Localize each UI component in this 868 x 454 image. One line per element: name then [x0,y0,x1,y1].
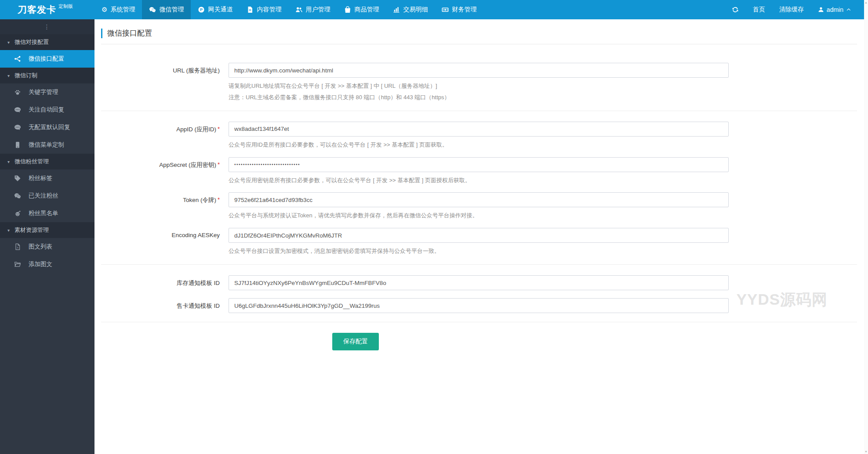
sidebar-item-label: 微信菜单定制 [29,141,64,149]
appid-help-text: 公众号应用ID是所有接口必要参数，可以在公众号平台 [ 开发 >> 基本配置 ]… [229,141,729,149]
top-nav-transactions[interactable]: 交易明细 [386,0,435,19]
nav-label: 商品管理 [354,6,379,14]
nav-label: 系统管理 [110,6,135,14]
sidebar-item-label: 图文列表 [29,243,52,251]
form-row-url: URL (服务器地址)请复制此URL地址填写在公众号平台 [ 开发 >> 基本配… [101,63,857,102]
tag-icon [13,175,22,182]
ellipsis-icon: ⋮ [44,24,51,30]
url-input[interactable] [229,63,729,78]
appid-label: AppID (应用ID)* [101,122,229,149]
required-asterisk: * [218,196,220,203]
sidebar-group-material-resource[interactable]: ▾素材资源管理 [0,222,94,238]
url-field: 请复制此URL地址填写在公众号平台 [ 开发 >> 基本配置 ] 中 [ URL… [229,63,729,102]
sidebar-group-wechat-fans[interactable]: ▾微信粉丝管理 [0,154,94,169]
nav-label: 内容管理 [257,6,281,14]
sidebar-item-label: 关键字管理 [29,88,58,96]
sidebar-item-wechat-menu[interactable]: 微信菜单定制 [0,136,94,154]
app-edition-badge: 定制版 [58,3,73,10]
paw-icon [13,89,22,96]
scroll-up-arrow[interactable]: ▲ [864,0,868,5]
aeskey-field: 公众号平台接口设置为加密模式，消息加密密钥必需填写并保持与公众号平台一致。 [229,228,729,256]
form-row-stock-template-id: 库存通知模板 ID [101,275,857,290]
page-header: 微信接口配置 [101,19,857,44]
comment-icon [13,124,22,131]
token-field: 公众号平台与系统对接认证Token，请优先填写此参数并保存，然后再在微信公众号平… [229,192,729,220]
caret-down-icon: ▾ [7,40,10,45]
sidebar-item-fan-blacklist[interactable]: 粉丝黑名单 [0,205,94,222]
nav-label: 微信管理 [159,6,184,14]
finance-icon [442,6,449,13]
token-label: Token (令牌)* [101,192,229,220]
share-icon [13,55,22,62]
page-title: 微信接口配置 [101,29,857,38]
sidebar-item-label: 粉丝标签 [29,174,52,182]
wechat-icon [13,192,22,199]
sidebar-toggle[interactable]: ⋮ [0,19,94,34]
app-title: 刀客发卡 [18,4,56,16]
url-help-text: 注意：URL主域名必需备案，微信服务接口只支持 80 端口（http）和 443… [229,94,729,102]
required-asterisk: * [218,126,220,132]
token-input[interactable] [229,192,729,207]
sidebar-item-label: 添加图文 [29,260,52,268]
save-config-button[interactable]: 保存配置 [332,333,379,350]
sidebar-item-label: 关注自动回复 [29,106,64,114]
sale-template-id-label: 售卡通知模板 ID [101,298,229,313]
appsecret-field: 公众号应用密钥是所有接口必要参数，可以在公众号平台 [ 开发 >> 基本配置 ]… [229,157,729,185]
caret-down-icon: ▾ [7,73,10,78]
sidebar-group-wechat-connect-config[interactable]: ▾微信对接配置 [0,34,94,50]
user-menu[interactable]: admin [818,6,851,13]
aeskey-label: Encoding AESKey [101,228,229,256]
sidebar-item-default-reply[interactable]: 无配置默认回复 [0,119,94,136]
nav-label: 用户管理 [305,6,330,14]
mobile-icon [13,141,22,148]
aeskey-help-text: 公众号平台接口设置为加密模式，消息加密密钥必需填写并保持与公众号平台一致。 [229,247,729,256]
section-divider [101,111,857,111]
svg-text:P: P [200,7,203,12]
sale-template-id-input[interactable] [229,298,729,313]
svg-text:A: A [17,246,18,249]
sidebar-item-label: 已关注粉丝 [29,192,58,200]
sidebar-group-label: 素材资源管理 [15,226,49,234]
scroll-down-arrow[interactable]: ▼ [864,449,868,454]
form-row-appsecret: AppSecret (应用密钥)*公众号应用密钥是所有接口必要参数，可以在公众号… [101,157,857,185]
token-help-text: 公众号平台与系统对接认证Token，请优先填写此参数并保存，然后再在微信公众号平… [229,212,729,220]
sidebar-item-followed-fans[interactable]: 已关注粉丝 [0,187,94,205]
sidebar-item-wechat-api-config[interactable]: 微信接口配置 [0,50,94,68]
top-nav-gateway[interactable]: P网关通道 [191,0,240,19]
sidebar-item-fan-tags[interactable]: 粉丝标签 [0,169,94,187]
sidebar-group-wechat-custom[interactable]: ▾微信订制 [0,68,94,83]
gateway-icon: P [198,6,205,13]
url-help-text: 请复制此URL地址填写在公众号平台 [ 开发 >> 基本配置 ] 中 [ URL… [229,82,729,90]
app-logo[interactable]: 刀客发卡 定制版 [0,0,94,19]
stock-template-id-field [229,275,729,290]
sidebar-group-label: 微信粉丝管理 [15,158,49,166]
sidebar-item-article-list[interactable]: A图文列表 [0,238,94,256]
top-nav-system[interactable]: ⚙系统管理 [94,0,142,19]
top-nav-content[interactable]: 内容管理 [240,0,288,19]
appid-input[interactable] [229,122,729,137]
nav-label: 网关通道 [208,6,232,14]
bar-chart-icon [393,6,400,13]
form-row-token: Token (令牌)*公众号平台与系统对接认证Token，请优先填写此参数并保存… [101,192,857,220]
clear-cache-link[interactable]: 清除缓存 [779,6,804,14]
gear-icon: ⚙ [102,7,107,13]
top-nav-users[interactable]: 用户管理 [288,0,337,19]
stock-template-id-label: 库存通知模板 ID [101,275,229,290]
page-scrollbar[interactable]: ▲ ▼ [864,0,868,454]
top-nav-wechat[interactable]: 微信管理 [142,0,191,19]
section-divider [101,264,857,265]
refresh-button[interactable] [732,6,739,13]
stock-template-id-input[interactable] [229,275,729,290]
sidebar-item-keyword-manage[interactable]: 关键字管理 [0,83,94,101]
top-nav-finance[interactable]: 财务管理 [435,0,483,19]
sidebar-item-add-article[interactable]: 添加图文 [0,256,94,273]
sidebar-item-label: 微信接口配置 [29,55,64,63]
wechat-icon [149,6,156,13]
top-nav-products[interactable]: 商品管理 [337,0,386,19]
topbar-right: 首页 清除缓存 admin [732,0,868,19]
aeskey-input[interactable] [229,228,729,243]
sidebar-item-follow-auto-reply[interactable]: 关注自动回复 [0,101,94,119]
wechat-config-form: URL (服务器地址)请复制此URL地址填写在公众号平台 [ 开发 >> 基本配… [101,63,857,350]
home-link[interactable]: 首页 [753,6,765,14]
appsecret-input[interactable] [229,157,729,172]
